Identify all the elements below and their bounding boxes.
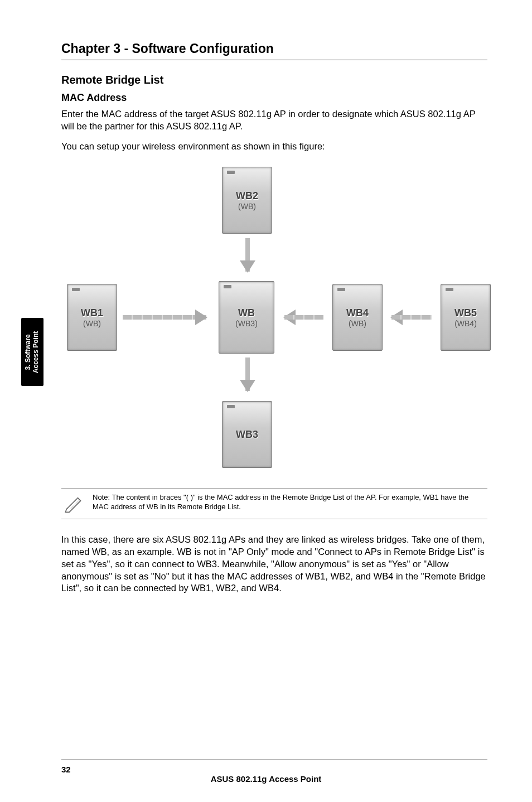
node-wb: WB (WB3) — [219, 281, 274, 354]
node-wb4: WB4 (WB) — [332, 284, 383, 351]
arrow-icon — [391, 312, 432, 323]
node-sub: (WB) — [238, 202, 256, 211]
side-tab: 3. Software Access Point — [21, 318, 43, 386]
page-number: 32 — [61, 765, 71, 774]
node-wb1: WB1 (WB) — [67, 284, 117, 351]
node-wb2: WB2 (WB) — [222, 167, 272, 234]
node-wb3: WB3 — [222, 401, 272, 468]
arrow-icon — [123, 312, 206, 323]
note-block: Note: The content in braces "( )" is the… — [61, 488, 487, 519]
node-label: WB4 — [346, 307, 369, 319]
svg-line-1 — [69, 498, 78, 508]
title-rule — [61, 60, 487, 60]
subsection-title: MAC Address — [61, 92, 487, 104]
paragraph: You can setup your wireless environment … — [61, 141, 487, 153]
node-label: WB1 — [81, 307, 103, 319]
side-tab-line2: Access Point — [32, 331, 40, 373]
section-title: Remote Bridge List — [61, 74, 487, 86]
paragraph: Enter the MAC address of the target ASUS… — [61, 108, 487, 133]
node-label: WB — [238, 307, 255, 319]
paragraph: In this case, there are six ASUS 802.11g… — [61, 534, 487, 595]
node-sub: (WB4) — [454, 319, 477, 328]
node-sub: (WB3) — [235, 319, 258, 328]
pencil-icon — [64, 494, 83, 513]
node-wb5: WB5 (WB4) — [441, 284, 491, 351]
arrow-icon — [242, 357, 253, 391]
node-label: WB5 — [454, 307, 477, 319]
footer-title: ASUS 802.11g Access Point — [0, 774, 532, 784]
node-label: WB3 — [236, 429, 258, 441]
page-footer: 32 ASUS 802.11g Access Point — [0, 760, 532, 774]
node-sub: (WB) — [349, 319, 366, 328]
node-label: WB2 — [236, 190, 258, 202]
side-tab-line1: 3. Software — [25, 334, 32, 370]
node-sub: (WB) — [83, 319, 101, 328]
arrow-icon — [242, 238, 253, 272]
note-text: Note: The content in braces "( )" is the… — [93, 493, 485, 511]
arrow-icon — [284, 312, 323, 323]
bridge-diagram: WB2 (WB) WB1 (WB) WB (WB3) WB4 (WB) WB5 … — [61, 167, 487, 479]
chapter-title: Chapter 3 - Software Configuration — [61, 41, 487, 56]
svg-marker-0 — [65, 498, 80, 513]
